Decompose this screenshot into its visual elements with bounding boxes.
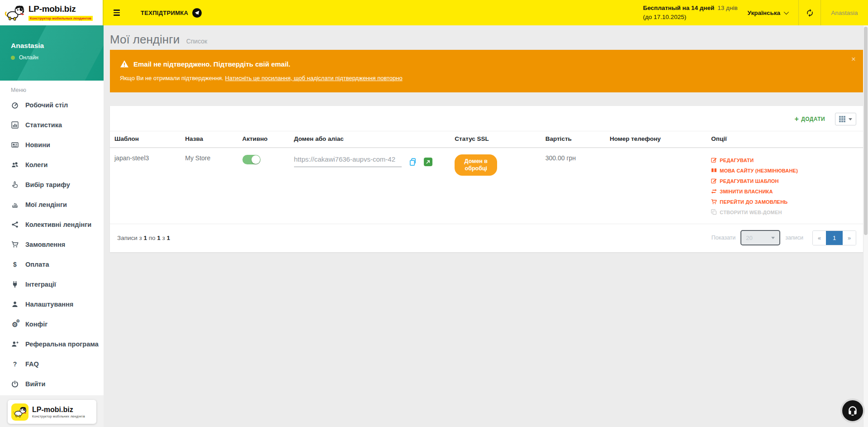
language-label: Українська	[748, 10, 780, 16]
row-price: 300.00 грн	[545, 154, 576, 162]
online-dot	[11, 56, 15, 60]
plus-icon: +	[795, 115, 799, 123]
sidebar-item-orders[interactable]: Замовлення	[0, 235, 104, 254]
option-edit[interactable]: РЕДАГУВАТИ	[711, 155, 860, 165]
page-title: Мої лендінги	[110, 33, 180, 46]
brand-logo[interactable]: LP-mobi.biz Конструктор мобильных лендин…	[0, 0, 104, 25]
email-alert: × Email не підтверджено. Підтвердіть сві…	[110, 50, 863, 92]
landings-table: Шаблон Назва Активно Домен або аліас Ста…	[110, 131, 863, 224]
page-size-select[interactable]: 20	[740, 230, 780, 245]
sidebar-item-logout[interactable]: Вийти	[0, 374, 104, 394]
col-header-price: Вартість	[541, 131, 605, 148]
scrollbar-thumb[interactable]	[864, 27, 868, 235]
users-icon	[11, 161, 19, 168]
topbar: LP-mobi.biz Конструктор мобильных лендин…	[0, 0, 868, 25]
sidebar-profile: Anastasia Онлайн	[0, 25, 104, 81]
alert-title: Email не підтверджено. Підтвердіть свій …	[133, 60, 290, 68]
option-site-language[interactable]: МОВА САЙТУ (НЕЗМІНЮВАНЕ)	[711, 165, 860, 176]
chat-widget-button[interactable]	[840, 398, 865, 423]
sidebar-item-statistics[interactable]: Статистика	[0, 115, 104, 135]
option-edit-template[interactable]: РЕДАГУВАТИ ШАБЛОН	[711, 176, 860, 186]
app-root: LP-mobi.biz Конструктор мобильных лендин…	[0, 0, 868, 427]
refresh-icon	[806, 9, 814, 17]
share-icon	[11, 221, 19, 228]
grid-icon	[839, 116, 845, 122]
plan-days-left: 13 днів	[717, 5, 737, 11]
sidebar-item-tariff[interactable]: Вибір тарифу	[0, 175, 104, 195]
brand-dog-icon	[5, 5, 25, 21]
records-info: Записи з 1 по 1 з 1	[117, 235, 170, 241]
sidebar-footer-logo[interactable]: LP-mobi.biz Конструктор мобільних лендін…	[8, 400, 96, 424]
stats-icon	[11, 121, 19, 129]
table-row: japan-steel3 My Store	[110, 148, 863, 224]
col-header-options: Опції	[707, 131, 863, 148]
col-header-phone: Номер телефону	[605, 131, 707, 148]
chevron-down-icon	[784, 10, 789, 14]
power-icon	[11, 380, 19, 388]
resend-confirmation-link[interactable]: Натисніть це посилання, щоб надіслати пі…	[225, 75, 403, 82]
option-go-to-orders[interactable]: ПЕРЕЙТИ ДО ЗАМОВЛЕНЬ	[711, 197, 860, 207]
row-template: japan-steel3	[114, 154, 149, 162]
alert-close-button[interactable]: ×	[849, 53, 858, 65]
active-toggle[interactable]	[242, 155, 261, 164]
hamburger-menu-button[interactable]	[111, 7, 123, 19]
user-icon	[11, 301, 19, 308]
warning-icon	[120, 60, 129, 68]
col-header-domain: Домен або аліас	[289, 131, 451, 148]
plan-info: Бесплатный на 14 дней13 днів (до 17.10.2…	[643, 4, 737, 22]
option-change-owner[interactable]: ЗМІНИТИ ВЛАСНИКА	[711, 186, 860, 197]
add-landing-button[interactable]: + ДОДАТИ	[792, 115, 828, 123]
plug-icon	[11, 281, 19, 288]
sidebar-menu: Робочий стіл Статистика Новини Колеги Ви…	[0, 95, 104, 394]
sidebar-item-news[interactable]: Новини	[0, 135, 104, 155]
landings-card: + ДОДАТИ Шаблон Назва Активно	[110, 106, 863, 252]
sidebar-item-settings[interactable]: Налаштування	[0, 294, 104, 314]
support-label: ТЕХПІДТРИМКА	[141, 10, 188, 16]
page-scrollbar[interactable]	[863, 25, 868, 427]
support-link[interactable]: ТЕХПІДТРИМКА	[141, 8, 202, 18]
dollar-icon: $	[11, 261, 19, 268]
col-header-active: Активно	[238, 131, 289, 148]
menu-section-label: Меню	[0, 81, 104, 95]
sidebar-item-my-landings[interactable]: Мої лендінги	[0, 195, 104, 215]
plan-until: (до 17.10.2025)	[643, 13, 737, 22]
cogs-icon: ⚙⚙	[11, 321, 19, 328]
sidebar-item-dashboard[interactable]: Робочий стіл	[0, 95, 104, 115]
refresh-button[interactable]	[799, 8, 821, 18]
option-create-web-domain[interactable]: СТВОРИТИ WEB-ДОМЕН	[711, 207, 860, 217]
sidebar-item-collective-landings[interactable]: Колективні лендінги	[0, 215, 104, 235]
pagination-prev-button[interactable]: «	[813, 231, 826, 245]
profile-name: Anastasia	[11, 42, 44, 50]
copy-icon[interactable]	[408, 158, 417, 166]
language-selector[interactable]: Українська	[748, 10, 787, 16]
hand-pointer-icon	[11, 181, 19, 188]
sidebar-item-referral[interactable]: Реферальна програма	[0, 334, 104, 354]
show-label: Показати	[711, 235, 736, 241]
pagination-next-button[interactable]: »	[843, 231, 856, 245]
col-header-name: Назва	[180, 131, 237, 148]
records-label: записи	[785, 235, 803, 241]
topbar-username[interactable]: Anastasia	[821, 10, 868, 16]
brand-tagline: Конструктор мобильных лендингов	[28, 16, 93, 21]
main-content: Мої лендінги Список × Email не підтвердж…	[104, 25, 863, 427]
row-name: My Store	[185, 154, 210, 162]
col-header-ssl: Статус SSL	[450, 131, 541, 148]
dashboard-icon	[11, 101, 19, 109]
headset-icon	[846, 404, 859, 417]
domain-input[interactable]	[294, 154, 402, 167]
sidebar-item-integrations[interactable]: Інтеграції	[0, 274, 104, 294]
sidebar-item-colleagues[interactable]: Колеги	[0, 155, 104, 175]
sidebar-item-config[interactable]: ⚙⚙ Конфіг	[0, 314, 104, 334]
open-link-button[interactable]	[424, 158, 432, 166]
sidebar-item-payment[interactable]: $ Оплата	[0, 254, 104, 274]
sidebar: Anastasia Онлайн Меню Робочий стіл Стати…	[0, 25, 104, 427]
sidebar-item-faq[interactable]: ? FAQ	[0, 354, 104, 374]
ssl-status-badge: Домен в обробці	[455, 154, 497, 176]
footer-dog-icon	[11, 403, 28, 421]
pagination-page-1-button[interactable]: 1	[826, 231, 843, 245]
user-plus-icon	[11, 341, 19, 348]
footer-brand-tagline: Конструктор мобільних лендінгів	[32, 415, 85, 418]
brand-name: LP-mobi.biz	[28, 5, 93, 13]
alert-text: Якщо Ви не отримали підтвердження.	[120, 75, 225, 82]
column-visibility-button[interactable]	[835, 113, 856, 125]
